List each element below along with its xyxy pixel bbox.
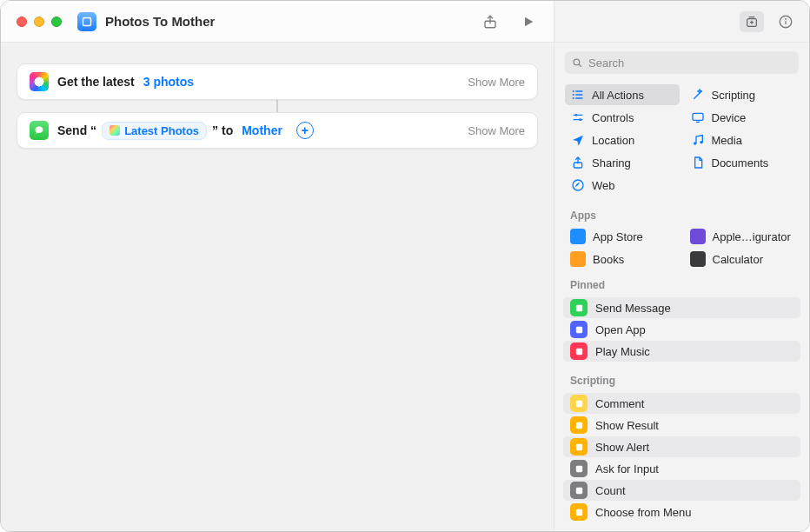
variable-pill-latest-photos[interactable]: Latest Photos: [102, 122, 207, 140]
action-icon: [570, 460, 588, 477]
photos-mini-icon: [110, 125, 120, 136]
photo-count-token[interactable]: 3 photos: [140, 73, 197, 90]
workflow-canvas[interactable]: Get the latest 3 photos Show More Send “…: [1, 43, 554, 531]
svg-rect-18: [575, 348, 581, 354]
svg-rect-0: [83, 17, 91, 25]
category-media[interactable]: Media: [685, 130, 800, 150]
action-text: ” to: [212, 123, 233, 137]
action-send-message[interactable]: Send Message: [563, 297, 800, 318]
app-icon: [690, 251, 706, 267]
action-text: Get the latest: [57, 75, 135, 89]
svg-point-5: [574, 59, 580, 65]
window-minimize-button[interactable]: [34, 17, 44, 27]
show-more-button[interactable]: Show More: [468, 76, 525, 89]
photos-app-icon: [30, 72, 49, 91]
messages-app-icon: [30, 121, 49, 140]
svg-rect-17: [575, 326, 581, 332]
action-icon: [570, 342, 588, 360]
category-controls[interactable]: Controls: [565, 107, 680, 128]
app-books[interactable]: Books: [565, 249, 680, 269]
device-icon: [691, 110, 705, 124]
category-all-actions[interactable]: All Actions: [565, 84, 680, 105]
svg-point-4: [785, 18, 787, 20]
svg-rect-19: [575, 400, 581, 406]
show-more-button[interactable]: Show More: [468, 124, 525, 137]
app-icon: [570, 251, 586, 267]
action-icon: [570, 321, 588, 338]
category-device[interactable]: Device: [685, 107, 800, 128]
section-header-scripting: Scripting: [554, 368, 809, 390]
search-field[interactable]: Search: [565, 51, 799, 74]
wand-icon: [691, 88, 705, 102]
svg-rect-21: [575, 443, 581, 449]
action-open-app[interactable]: Open App: [563, 319, 800, 340]
nav-icon: [571, 133, 585, 147]
svg-rect-23: [575, 487, 581, 493]
app-app-store[interactable]: App Store: [565, 227, 680, 246]
recipient-token[interactable]: Mother: [238, 122, 286, 139]
action-count[interactable]: Count: [563, 480, 800, 501]
list-icon: [571, 88, 585, 102]
action-show-alert[interactable]: Show Alert: [563, 436, 800, 457]
music-icon: [691, 133, 705, 147]
action-icon: [570, 482, 588, 499]
svg-rect-20: [575, 422, 581, 428]
category-documents[interactable]: Documents: [685, 152, 800, 173]
svg-point-8: [573, 97, 574, 99]
category-location[interactable]: Location: [565, 130, 680, 150]
action-comment[interactable]: Comment: [563, 393, 800, 414]
library-button[interactable]: [740, 11, 764, 32]
share-button[interactable]: [481, 13, 500, 30]
window-close-button[interactable]: [17, 17, 27, 27]
search-placeholder: Search: [588, 57, 624, 70]
action-get-photos[interactable]: Get the latest 3 photos Show More: [17, 63, 538, 100]
category-sharing[interactable]: Sharing: [565, 152, 680, 173]
svg-rect-24: [575, 509, 581, 515]
svg-point-7: [573, 94, 574, 96]
action-connector: [276, 100, 278, 112]
window-zoom-button[interactable]: [51, 17, 62, 27]
svg-rect-11: [693, 113, 703, 120]
app-icon: [690, 229, 706, 244]
sliders-icon: [571, 110, 585, 124]
action-send-message[interactable]: Send “ Latest Photos ” to Mother + Show …: [17, 112, 538, 149]
action-choose-from-menu[interactable]: Choose from Menu: [563, 502, 800, 522]
svg-rect-16: [575, 304, 581, 310]
section-header-pinned: Pinned: [554, 272, 809, 295]
shortcut-icon: [77, 12, 96, 31]
svg-point-10: [579, 118, 581, 121]
svg-point-6: [573, 90, 574, 92]
svg-point-12: [694, 142, 696, 144]
action-text: Send “: [57, 123, 96, 137]
library-sidebar: Search All ActionsScriptingControlsDevic…: [554, 43, 809, 531]
action-icon: [570, 299, 588, 316]
action-icon: [570, 416, 588, 434]
action-icon: [570, 395, 588, 412]
share-icon: [571, 156, 585, 170]
action-ask-for-input[interactable]: Ask for Input: [563, 458, 800, 479]
safari-icon: [571, 178, 585, 192]
add-recipient-button[interactable]: +: [296, 122, 314, 139]
action-icon: [570, 438, 588, 456]
app-icon: [570, 229, 586, 244]
svg-point-13: [700, 141, 702, 143]
action-play-music[interactable]: Play Music: [563, 341, 800, 362]
app-apple-igurator[interactable]: Apple…igurator: [685, 227, 800, 246]
svg-point-9: [575, 114, 578, 116]
action-show-result[interactable]: Show Result: [563, 415, 800, 436]
svg-rect-22: [575, 465, 581, 471]
doc-icon: [691, 156, 705, 170]
app-calculator[interactable]: Calculator: [685, 249, 800, 269]
category-web[interactable]: Web: [565, 175, 680, 196]
info-button[interactable]: [776, 13, 795, 30]
run-button[interactable]: [519, 13, 538, 30]
action-icon: [570, 503, 588, 521]
search-icon: [572, 57, 583, 69]
section-header-apps: Apps: [554, 203, 809, 225]
shortcut-title: Photos To Mother: [105, 14, 481, 29]
category-scripting[interactable]: Scripting: [685, 84, 800, 105]
